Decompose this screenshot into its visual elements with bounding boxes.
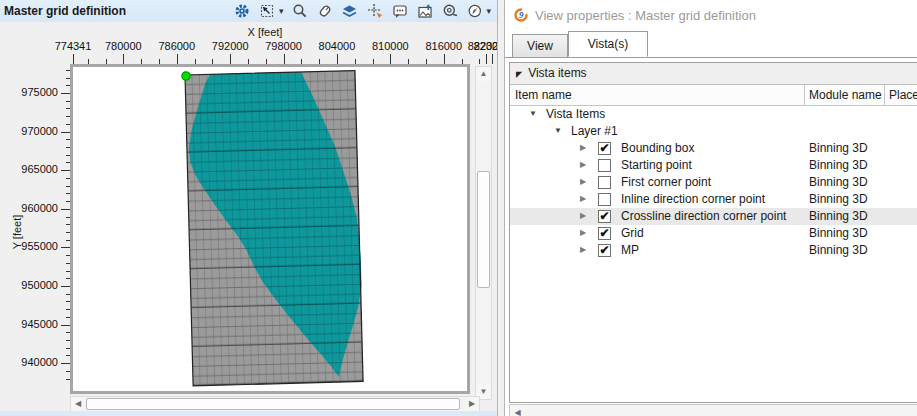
expander-closed-icon[interactable]: ▶ [580, 160, 586, 169]
scroll-right-button[interactable]: ▶ [465, 397, 479, 411]
zoom-icon[interactable] [291, 3, 308, 20]
yticklbl: 960000 [0, 202, 58, 214]
module-name: Binning 3D [809, 226, 868, 240]
xtick [492, 54, 493, 64]
comment-icon[interactable] [391, 3, 408, 20]
column-item-name[interactable]: Item name [515, 88, 572, 102]
tree-item-row[interactable]: ▶ ✔ Bounding box Binning 3D [510, 140, 917, 157]
xticklbl: 798000 [254, 40, 314, 52]
expander-open-icon[interactable]: ▼ [554, 126, 562, 135]
xticklbl: 810000 [360, 40, 420, 52]
expander-closed-icon[interactable]: ▶ [580, 211, 586, 220]
bottom-strip [0, 411, 497, 416]
tree-layer-label: Layer #1 [571, 124, 618, 138]
column-separator[interactable] [804, 85, 805, 106]
horizontal-scrollbar[interactable]: ◀ ▶ [70, 396, 480, 412]
tab-vistas[interactable]: Vista(s) [568, 31, 648, 57]
scroll-left-button[interactable]: ◀ [71, 397, 85, 411]
yticklbl: 975000 [0, 86, 58, 98]
visibility-checkbox[interactable] [598, 159, 611, 172]
tree-item-row[interactable]: ▶ ✔ Grid Binning 3D [510, 225, 917, 242]
properties-title: View properties : Master grid definition [535, 8, 756, 23]
section-collapse-icon[interactable]: ◤ [516, 70, 522, 79]
properties-header: 9 View properties : Master grid definiti… [505, 0, 917, 30]
yticklbl: 950000 [0, 279, 58, 291]
xtick [486, 54, 487, 64]
vertical-scrollbar[interactable]: ▲ ▼ [475, 66, 492, 400]
yticklbl: 940000 [0, 356, 58, 368]
mouse-tool-icon[interactable] [316, 3, 333, 20]
vista-items-box: ◤Vista items Item name Module name Place… [509, 62, 917, 403]
yticklbl: 955000 [0, 240, 58, 252]
expander-closed-icon[interactable]: ▶ [580, 143, 586, 152]
tree-item-row[interactable]: ▶ Inline direction corner point Binning … [510, 191, 917, 208]
visibility-checkbox[interactable]: ✔ [598, 142, 611, 155]
xticklbl: 823281 [462, 40, 497, 52]
export-image-icon[interactable] [416, 3, 433, 20]
scroll-left-button[interactable]: ◀ [511, 406, 524, 416]
panel-splitter[interactable] [497, 0, 505, 416]
starting-point-marker [182, 72, 190, 80]
module-name: Binning 3D [809, 141, 868, 155]
layers-icon[interactable] [341, 3, 358, 20]
plot-area[interactable] [70, 64, 470, 394]
scroll-up-button[interactable]: ▲ [476, 67, 491, 81]
tab-view[interactable]: View [512, 34, 568, 57]
tree-item-label: Crossline direction corner point [621, 209, 786, 223]
module-name: Binning 3D [809, 192, 868, 206]
grid-map[interactable] [73, 67, 467, 391]
x-axis-title: X [feet] [205, 26, 325, 38]
tree-item-row[interactable]: ▶ First corner point Binning 3D [510, 174, 917, 191]
visibility-checkbox[interactable] [598, 193, 611, 206]
tree-item-row[interactable]: ▶ Starting point Binning 3D [510, 157, 917, 174]
ytick [61, 170, 70, 171]
compass-dropdown-caret[interactable]: ▾ [486, 6, 491, 16]
tree-root-row[interactable]: ▼ Vista Items [510, 106, 917, 123]
application-window: Master grid definition ▾ [0, 0, 917, 416]
xtick [444, 54, 445, 64]
xticklbl: 780000 [93, 40, 153, 52]
tree-item-label: MP [621, 243, 639, 257]
vista-items-section-header[interactable]: ◤Vista items [510, 63, 917, 85]
xticklbl: 792000 [200, 40, 260, 52]
view-titlebar: Master grid definition ▾ [0, 0, 497, 22]
xticklbl: 804000 [307, 40, 367, 52]
tree-layer-row[interactable]: ▼ Layer #1 [510, 123, 917, 140]
vista-items-tree: ▼ Vista Items ▼ Layer #1 ▶ ✔ Bounding bo… [510, 106, 917, 259]
select-expand-icon[interactable] [259, 3, 276, 20]
column-separator[interactable] [884, 85, 885, 106]
view-properties-panel: 9 View properties : Master grid definiti… [505, 0, 917, 416]
xtick [337, 54, 338, 64]
ytick [61, 325, 70, 326]
visibility-checkbox[interactable]: ✔ [598, 244, 611, 257]
tab-bar: View Vista(s) [505, 31, 917, 58]
measure-icon[interactable] [441, 3, 458, 20]
vertical-scroll-thumb[interactable] [477, 171, 490, 288]
xtick [230, 54, 231, 64]
compass-icon[interactable] [466, 3, 483, 20]
select-dropdown-caret[interactable]: ▾ [279, 6, 284, 16]
column-placeholder[interactable]: Placeh [889, 88, 917, 102]
ytick [61, 363, 70, 364]
ytick [61, 93, 70, 94]
tree-item-label: Grid [621, 226, 644, 240]
tree-item-row[interactable]: ▶ ✔ Crossline direction corner point Bin… [510, 208, 917, 225]
view-title: Master grid definition [0, 4, 126, 18]
visibility-checkbox[interactable]: ✔ [598, 210, 611, 223]
properties-horizontal-scrollbar[interactable]: ◀ [509, 404, 917, 416]
column-module-name[interactable]: Module name [809, 88, 882, 102]
visibility-checkbox[interactable] [598, 176, 611, 189]
expander-closed-icon[interactable]: ▶ [580, 177, 586, 186]
horizontal-scroll-thumb[interactable] [86, 398, 460, 410]
expander-closed-icon[interactable]: ▶ [580, 194, 586, 203]
xtick [479, 59, 480, 64]
yticklbl: 965000 [0, 163, 58, 175]
expander-open-icon[interactable]: ▼ [529, 109, 537, 118]
visibility-checkbox[interactable]: ✔ [598, 227, 611, 240]
settings-gear-icon[interactable] [234, 3, 251, 20]
expander-closed-icon[interactable]: ▶ [580, 228, 586, 237]
add-crosshair-icon[interactable] [366, 3, 383, 20]
view-toolbar: ▾ [234, 3, 497, 20]
expander-closed-icon[interactable]: ▶ [580, 245, 586, 254]
tree-item-row[interactable]: ▶ ✔ MP Binning 3D [510, 242, 917, 259]
